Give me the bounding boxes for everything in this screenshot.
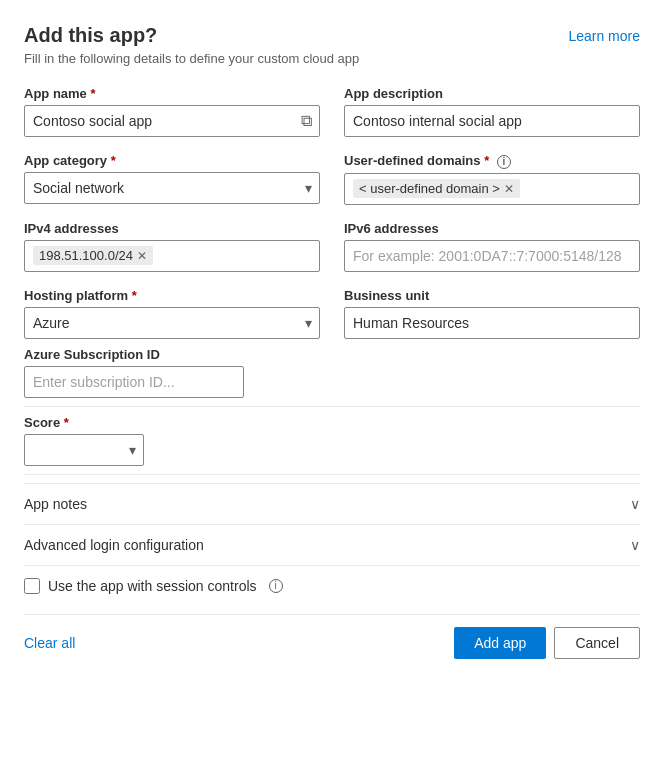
session-controls-info-icon[interactable]: i [269, 579, 283, 593]
score-select-wrapper: 1234 5678 910 ▾ [24, 434, 144, 466]
app-notes-chevron-icon: ∨ [630, 496, 640, 512]
user-defined-domains-label: User-defined domains * i [344, 153, 640, 169]
app-name-input-wrapper: ⧉ [24, 105, 320, 137]
ipv4-tag: 198.51.100.0/24 ✕ [33, 246, 153, 265]
app-name-group: App name * ⧉ [24, 86, 320, 137]
business-unit-group: Business unit [344, 288, 640, 339]
user-defined-domains-group: User-defined domains * i < user-defined … [344, 153, 640, 205]
ipv6-label: IPv6 addresses [344, 221, 640, 236]
azure-subscription-label: Azure Subscription ID [24, 347, 640, 362]
session-controls-checkbox-wrapper: Use the app with session controls i [24, 578, 283, 594]
session-controls-checkbox[interactable] [24, 578, 40, 594]
divider-2 [24, 474, 640, 475]
score-label: Score * [24, 415, 640, 430]
learn-more-link[interactable]: Learn more [568, 28, 640, 44]
hosting-platform-group: Hosting platform * Azure AWS Google Clou… [24, 288, 320, 339]
app-notes-section[interactable]: App notes ∨ [24, 483, 640, 524]
hosting-platform-label: Hosting platform * [24, 288, 320, 303]
business-unit-label: Business unit [344, 288, 640, 303]
app-description-label: App description [344, 86, 640, 101]
app-description-group: App description [344, 86, 640, 137]
app-category-select[interactable]: Social network Collaboration Cloud stora… [24, 172, 320, 204]
divider-1 [24, 406, 640, 407]
tag-label: < user-defined domain > [359, 181, 500, 196]
ipv4-tag-close-icon[interactable]: ✕ [137, 249, 147, 263]
azure-subscription-group: Azure Subscription ID [24, 347, 640, 398]
ipv4-input[interactable]: 198.51.100.0/24 ✕ [24, 240, 320, 272]
copy-icon[interactable]: ⧉ [301, 112, 312, 130]
app-name-label: App name * [24, 86, 320, 101]
user-defined-domains-info-icon[interactable]: i [497, 155, 511, 169]
cancel-button[interactable]: Cancel [554, 627, 640, 659]
app-name-required: * [90, 86, 95, 101]
app-notes-label: App notes [24, 496, 87, 512]
header-text: Add this app? Fill in the following deta… [24, 24, 359, 66]
score-required: * [64, 415, 69, 430]
hosting-platform-select-wrapper: Azure AWS Google Cloud On-premise Other … [24, 307, 320, 339]
footer: Clear all Add app Cancel [24, 614, 640, 667]
form-grid: App name * ⧉ App description App categor… [24, 86, 640, 339]
advanced-login-label: Advanced login configuration [24, 537, 204, 553]
business-unit-input[interactable] [344, 307, 640, 339]
app-description-input[interactable] [344, 105, 640, 137]
hosting-platform-select[interactable]: Azure AWS Google Cloud On-premise Other [24, 307, 320, 339]
score-group: Score * 1234 5678 910 ▾ [24, 415, 640, 466]
clear-all-button[interactable]: Clear all [24, 635, 75, 651]
session-controls-section: Use the app with session controls i [24, 565, 640, 610]
user-defined-domain-tag: < user-defined domain > ✕ [353, 179, 520, 198]
ipv6-input[interactable] [344, 240, 640, 272]
ipv4-group: IPv4 addresses 198.51.100.0/24 ✕ [24, 221, 320, 272]
ipv4-label: IPv4 addresses [24, 221, 320, 236]
app-category-select-wrapper: Social network Collaboration Cloud stora… [24, 172, 320, 204]
page-subtitle: Fill in the following details to define … [24, 51, 359, 66]
add-app-button[interactable]: Add app [454, 627, 546, 659]
hosting-platform-required: * [132, 288, 137, 303]
footer-buttons: Add app Cancel [454, 627, 640, 659]
app-category-group: App category * Social network Collaborat… [24, 153, 320, 205]
score-select[interactable]: 1234 5678 910 [24, 434, 144, 466]
page-header: Add this app? Fill in the following deta… [24, 24, 640, 66]
user-defined-domains-required: * [484, 153, 489, 168]
ipv6-group: IPv6 addresses [344, 221, 640, 272]
user-defined-domains-input[interactable]: < user-defined domain > ✕ [344, 173, 640, 205]
page-title: Add this app? [24, 24, 359, 47]
ipv4-tag-label: 198.51.100.0/24 [39, 248, 133, 263]
tag-close-icon[interactable]: ✕ [504, 182, 514, 196]
advanced-login-chevron-icon: ∨ [630, 537, 640, 553]
advanced-login-section[interactable]: Advanced login configuration ∨ [24, 524, 640, 565]
app-category-required: * [111, 153, 116, 168]
app-name-input[interactable] [24, 105, 320, 137]
app-category-label: App category * [24, 153, 320, 168]
azure-subscription-input[interactable] [24, 366, 244, 398]
session-controls-label: Use the app with session controls [48, 578, 257, 594]
